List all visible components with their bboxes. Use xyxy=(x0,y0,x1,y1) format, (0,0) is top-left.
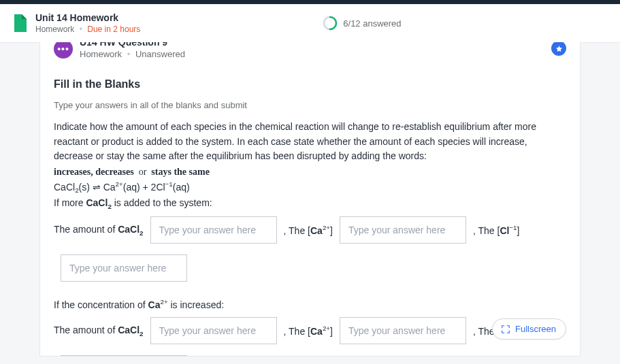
dots-icon: ••• xyxy=(57,44,69,54)
assignment-title: Unit 14 Homework xyxy=(35,12,140,24)
condition-1-suffix: is added to the system: xyxy=(114,197,212,208)
instructions: Type your answers in all of the blanks a… xyxy=(54,100,566,110)
label-ca-1: , The [Ca2+] xyxy=(284,224,333,236)
word-or: or xyxy=(139,167,147,177)
dot-separator: • xyxy=(127,49,131,59)
blank-1-cacl2[interactable] xyxy=(150,216,277,244)
bookmark-button[interactable] xyxy=(551,42,566,56)
document-icon xyxy=(12,14,27,33)
blank-2-ca[interactable] xyxy=(340,317,466,344)
page-header: Unit 14 Homework Homework • Due in 2 hou… xyxy=(0,4,620,43)
question-status: Unanswered xyxy=(135,49,185,59)
question-card: ••• U14 HW Question 9 Homework • Unanswe… xyxy=(39,42,581,357)
assignment-due: Due in 2 hours xyxy=(87,24,140,34)
label-amount-2: The amount of CaCl2 xyxy=(54,325,144,337)
label-amount-1: The amount of CaCl2 xyxy=(54,224,144,237)
fullscreen-button[interactable]: Fullscreen xyxy=(492,318,566,340)
label-cl-1: , The [Cl−1] xyxy=(473,224,520,236)
blank-row-1: The amount of CaCl2 , The [Ca2+] , The [… xyxy=(54,216,566,244)
question-subline: Homework • Unanswered xyxy=(80,49,185,59)
progress-ring-icon xyxy=(323,16,338,31)
fullscreen-label: Fullscreen xyxy=(515,324,556,334)
condition-1: If more CaCl2 is added to the system: xyxy=(54,197,566,210)
word-increases-decreases: increases, decreases xyxy=(54,167,134,177)
blank-2-cl[interactable] xyxy=(61,355,187,357)
assignment-type: Homework xyxy=(35,24,74,34)
question-header: ••• U14 HW Question 9 Homework • Unanswe… xyxy=(54,42,566,59)
header-text-block: Unit 14 Homework Homework • Due in 2 hou… xyxy=(35,12,140,35)
blank-row-2: The amount of CaCl2 , The [Ca2+] , The [… xyxy=(54,317,566,344)
blank-1-ca[interactable] xyxy=(340,216,466,244)
section-title: Fill in the Blanks xyxy=(54,78,566,90)
question-type-badge: ••• xyxy=(54,42,73,59)
chemical-equation: CaCl2(s) ⇌ Ca2+(aq) + 2Cl−1(aq) xyxy=(54,180,566,194)
fullscreen-icon xyxy=(501,325,510,334)
blank-row-1b xyxy=(61,254,566,282)
condition-2-prefix: If the concentration of xyxy=(54,299,146,310)
dot-separator: • xyxy=(80,24,82,34)
condition-2: If the concentration of Ca2+ is increase… xyxy=(54,298,566,310)
label-ca-2: , The [Ca2+] xyxy=(284,325,333,337)
answer-words-line: increases, decreases or stays the same xyxy=(54,167,566,178)
blank-1-cl[interactable] xyxy=(61,254,187,282)
assignment-subline: Homework • Due in 2 hours xyxy=(35,24,140,35)
word-stays-same: stays the same xyxy=(151,167,210,177)
condition-2-suffix: is increased: xyxy=(171,299,225,310)
progress-text: 6/12 answered xyxy=(343,18,401,29)
blank-row-2b xyxy=(61,355,566,357)
progress-indicator: 6/12 answered xyxy=(323,16,401,31)
question-prompt: Indicate how the amount of each species … xyxy=(54,120,566,164)
question-sub-type: Homework xyxy=(80,49,122,59)
question-title: U14 HW Question 9 xyxy=(80,42,185,48)
blank-2-cacl2[interactable] xyxy=(150,317,277,344)
